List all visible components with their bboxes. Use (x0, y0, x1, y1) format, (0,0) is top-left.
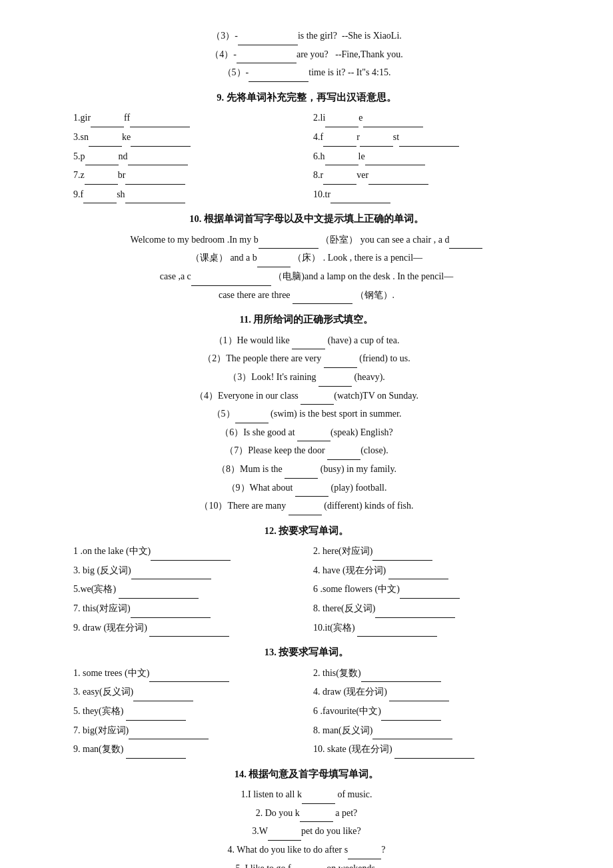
q11-item-2: （2）The people there are very (friend) to… (40, 350, 573, 368)
q12-item-3r: 6 .some flowers (中文) (313, 581, 540, 599)
q12-item-2l: 3. big (反义词) (73, 562, 300, 580)
q9-item-1r: 2.lie (313, 109, 540, 127)
q3-item-3: （3）-is the girl? --She is XiaoLi. (40, 27, 573, 45)
q9-item-3r: 6.hle (313, 148, 540, 166)
q12-item-1r: 2. here(对应词) (313, 543, 540, 561)
q13-item-3l: 5. they(宾格) (73, 703, 300, 721)
q10-section: 10. 根据单词首写字母以及中文提示填上正确的单词。 Welcome to my… (40, 210, 573, 304)
q9-item-5r: 10.tr (313, 186, 540, 204)
q14-item-1: 1.I listen to all k of music. (40, 786, 573, 804)
q11-item-10: （10）There are many (different) kinds of … (40, 497, 573, 515)
q9-item-4l: 7.zbr (73, 167, 300, 185)
q3-items: （3）-is the girl? --She is XiaoLi. （4）-ar… (40, 27, 573, 82)
q12-grid: 1 .on the lake (中文) 2. here(对应词) 3. big … (73, 543, 540, 637)
q14-item-3: 3.Wpet do you like? (40, 823, 573, 841)
q13-section: 13. 按要求写单词。 1. some trees (中文) 2. this(复… (40, 643, 573, 759)
blank (249, 71, 308, 82)
q3-item-5: （5）-time is it? -- It"s 4:15. (40, 64, 573, 82)
q11-item-4: （4）Everyone in our class (watch)TV on Su… (40, 387, 573, 405)
q11-item-1: （1）He would like (have) a cup of tea. (40, 332, 573, 350)
q13-item-2r: 4. draw (现在分词) (313, 683, 540, 701)
q14-item-5: 5. I like to go f on weekends. (40, 860, 573, 868)
q12-item-1l: 1 .on the lake (中文) (73, 543, 300, 561)
q14-item-4: 4. What do you like to do after s? (40, 841, 573, 859)
q12-item-5l: 9. draw (现在分词) (73, 619, 300, 637)
q14-section: 14. 根据句意及首字母填写单词。 1.I listen to all k of… (40, 765, 573, 868)
q14-item-2: 2. Do you k a pet? (40, 805, 573, 823)
q13-item-4l: 7. big(对应词) (73, 722, 300, 740)
q11-item-9: （9）What about (play) football. (40, 479, 573, 497)
q9-item-2l: 3.snke (73, 129, 300, 147)
q14-items: 1.I listen to all k of music. 2. Do you … (40, 786, 573, 868)
q13-item-1r: 2. this(复数) (313, 665, 540, 683)
q13-item-3r: 6 .favourite(中文) (313, 703, 540, 721)
q11-item-8: （8）Mum is the (busy) in my family. (40, 461, 573, 479)
q9-item-1l: 1.girff (73, 109, 300, 127)
q11-item-7: （7）Please keep the door (close). (40, 442, 573, 460)
q10-title: 10. 根据单词首写字母以及中文提示填上正确的单词。 (40, 210, 573, 229)
q9-title: 9. 先将单词补充完整，再写出汉语意思。 (40, 89, 573, 107)
q14-title: 14. 根据句意及首字母填写单词。 (40, 765, 573, 784)
q3-section: （3）-is the girl? --She is XiaoLi. （4）-ar… (40, 27, 573, 82)
q10-text: Welcome to my bedroom .In my b （卧室） you … (40, 231, 573, 304)
q12-title: 12. 按要求写单词。 (40, 522, 573, 541)
q3-item-4: （4）-are you? --Fine,Thank you. (40, 46, 573, 64)
blank (237, 53, 297, 63)
q9-item-5l: 9.fsh (73, 186, 300, 204)
q11-title: 11. 用所给词的正确形式填空。 (40, 311, 573, 329)
q13-grid: 1. some trees (中文) 2. this(复数) 3. easy(反… (73, 665, 540, 759)
q9-item-4r: 8.rver (313, 167, 540, 185)
q11-item-6: （6）Is she good at (speak) English? (40, 424, 573, 442)
q12-item-5r: 10.it(宾格) (313, 619, 540, 637)
q9-item-3l: 5.pnd (73, 148, 300, 166)
q12-item-2r: 4. have (现在分词) (313, 562, 540, 580)
q13-item-4r: 8. man(反义词) (313, 722, 540, 740)
q12-section: 12. 按要求写单词。 1 .on the lake (中文) 2. here(… (40, 522, 573, 637)
q13-title: 13. 按要求写单词。 (40, 643, 573, 662)
q9-item-2r: 4.frst (313, 129, 540, 147)
q12-item-3l: 5.we(宾格) (73, 581, 300, 599)
q12-item-4r: 8. there(反义词) (313, 600, 540, 618)
q13-item-1l: 1. some trees (中文) (73, 665, 300, 683)
q13-item-2l: 3. easy(反义词) (73, 683, 300, 701)
q9-grid: 1.girff 2.lie 3.snke 4.frst 5.pnd 6.hle … (73, 109, 540, 203)
q9-section: 9. 先将单词补充完整，再写出汉语意思。 1.girff 2.lie 3.snk… (40, 89, 573, 204)
q11-section: 11. 用所给词的正确形式填空。 （1）He would like (have)… (40, 311, 573, 515)
q11-item-5: （5） (swim) is the best sport in summer. (40, 405, 573, 423)
q12-item-4l: 7. this(对应词) (73, 600, 300, 618)
blank (238, 35, 298, 45)
q13-item-5l: 9. man(复数) (73, 741, 300, 759)
q13-item-5r: 10. skate (现在分词) (313, 741, 540, 759)
q11-item-3: （3）Look! It's raining (heavy). (40, 369, 573, 387)
q11-items: （1）He would like (have) a cup of tea. （2… (40, 332, 573, 515)
page: （3）-is the girl? --She is XiaoLi. （4）-ar… (40, 27, 573, 868)
